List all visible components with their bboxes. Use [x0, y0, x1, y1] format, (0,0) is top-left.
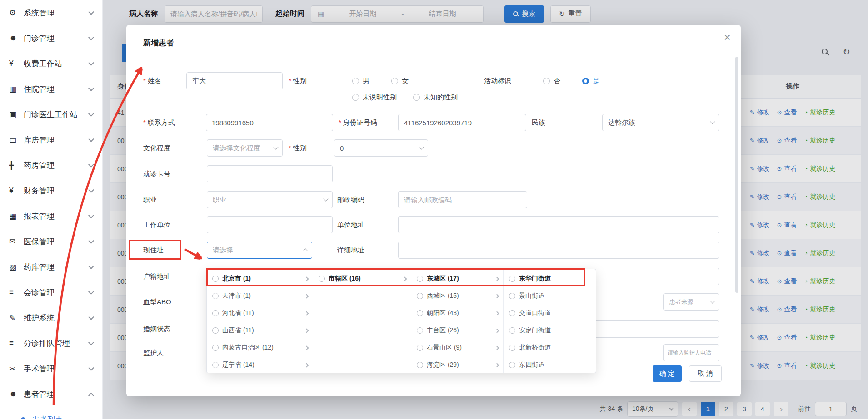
- sidebar-item-system[interactable]: ⚙ 系统管理: [0, 0, 102, 25]
- sidebar-item-drug-storage[interactable]: ▨ 药库管理: [0, 254, 102, 280]
- menu-icon: ▨: [9, 262, 22, 272]
- sidebar-item-warehouse[interactable]: ▤ 库房管理: [0, 127, 102, 153]
- radio-icon[interactable]: [212, 362, 219, 368]
- gender-radio-group: 男 女: [352, 72, 430, 89]
- chevron-right-icon: [304, 345, 309, 350]
- active-flag-option-no[interactable]: 否: [543, 77, 560, 85]
- cascader-province-item[interactable]: 天津市 (1): [207, 287, 313, 305]
- cascader-street-item[interactable]: 东四街道: [504, 356, 597, 373]
- education-select[interactable]: 请选择文化程度: [207, 139, 283, 157]
- current-address-select[interactable]: 请选择: [207, 242, 312, 259]
- cascader-district-item[interactable]: 石景山区 (9): [411, 339, 503, 356]
- radio-icon[interactable]: [509, 362, 515, 368]
- chevron-right-icon: [403, 276, 407, 281]
- contact-input[interactable]: [206, 114, 333, 131]
- cascader-city-item[interactable]: 市辖区 (16): [313, 270, 411, 287]
- sidebar-item-pharmacy[interactable]: ╋ 药房管理: [0, 153, 102, 178]
- cascader-province-item[interactable]: 山西省 (11): [207, 322, 313, 339]
- cascader-street-item[interactable]: 北新桥街道: [504, 339, 597, 356]
- radio-icon[interactable]: [417, 293, 423, 299]
- confirm-button[interactable]: 确 定: [653, 365, 682, 382]
- cascader-province-item[interactable]: 内蒙古自治区 (12): [207, 339, 313, 356]
- chevron-down-icon: [88, 393, 94, 399]
- radio-icon[interactable]: [417, 345, 423, 351]
- radio-icon[interactable]: [509, 345, 515, 351]
- guardian-phone-input[interactable]: [663, 344, 719, 361]
- sidebar-item-patient[interactable]: ☻ 患者管理: [0, 381, 102, 407]
- gender-option-unexplained[interactable]: 未说明性别: [352, 93, 397, 102]
- marital-status-label: 婚姻状态: [143, 320, 170, 338]
- sidebar-item-surgery[interactable]: ✂ 手术管理: [0, 356, 102, 381]
- patient-source-select[interactable]: 患者来源: [663, 293, 719, 311]
- sidebar-item-outpatient[interactable]: ☻ 门诊管理: [0, 25, 102, 51]
- close-icon[interactable]: ×: [724, 30, 731, 44]
- cascader-street-item[interactable]: 交道口街道: [504, 305, 597, 322]
- unit-address-input[interactable]: [398, 216, 719, 233]
- sidebar-item-inpatient[interactable]: ▥ 住院管理: [0, 76, 102, 102]
- id-number-input[interactable]: [398, 114, 526, 131]
- active-flag-label: 活动标识: [484, 72, 511, 89]
- cascader-province-item[interactable]: 辽宁省 (14): [207, 356, 313, 373]
- cascader-district-item[interactable]: 朝阳区 (43): [411, 305, 503, 322]
- sidebar-item-doctor-station[interactable]: ▣ 门诊医生工作站: [0, 102, 102, 127]
- chevron-down-icon: [88, 85, 94, 91]
- active-flag-option-yes[interactable]: 是: [582, 77, 599, 85]
- visit-card-input[interactable]: [207, 165, 333, 182]
- sidebar-item-insurance[interactable]: ✉ 医保管理: [0, 229, 102, 254]
- menu-icon: ☻: [9, 34, 22, 43]
- gender-option-unknown[interactable]: 未知的性别: [413, 93, 458, 102]
- name-input[interactable]: [186, 72, 283, 89]
- sidebar-item-finance[interactable]: ¥ 财务管理: [0, 178, 102, 203]
- cascader-province-item[interactable]: 河北省 (11): [207, 305, 313, 322]
- cascader-item-label: 朝阳区 (43): [427, 309, 492, 317]
- work-unit-input[interactable]: [207, 216, 333, 233]
- required-mark: *: [143, 118, 146, 126]
- cascader-item-label: 河北省 (11): [222, 309, 301, 317]
- cancel-button[interactable]: 取 消: [689, 365, 722, 382]
- detail-address-input[interactable]: [398, 242, 719, 259]
- chevron-down-icon: [88, 35, 94, 40]
- radio-icon[interactable]: [417, 310, 423, 316]
- cascader-province-item[interactable]: 北京市 (1): [207, 270, 313, 287]
- ethnicity-select[interactable]: 达斡尔族: [602, 114, 719, 131]
- cascader-street-item[interactable]: 东华门街道: [504, 270, 597, 287]
- menu-icon: ≡: [9, 288, 22, 297]
- sidebar-item-report[interactable]: ▦ 报表管理: [0, 203, 102, 229]
- occupation-select[interactable]: 职业: [207, 191, 333, 208]
- radio-icon[interactable]: [212, 327, 219, 334]
- sidebar-item-consultation[interactable]: ≡ 会诊管理: [0, 280, 102, 305]
- gender-option-female[interactable]: 女: [391, 77, 409, 85]
- radio-icon[interactable]: [212, 293, 219, 299]
- gender-code-select[interactable]: 0: [334, 139, 428, 157]
- sidebar-item-maintenance[interactable]: ✎ 维护系统: [0, 305, 102, 330]
- sidebar-item-patient-list[interactable]: ☻ 患者列表: [0, 407, 102, 419]
- radio-icon[interactable]: [417, 327, 423, 334]
- radio-icon[interactable]: [509, 276, 515, 282]
- sidebar-item-charging-station[interactable]: ¥ 收费工作站: [0, 51, 102, 76]
- ethnicity-label: 民族: [532, 114, 545, 131]
- radio-icon[interactable]: [212, 276, 219, 282]
- cascader-district-item[interactable]: 海淀区 (29): [411, 356, 503, 373]
- radio-icon[interactable]: [509, 327, 515, 334]
- modal-scrollbar[interactable]: [735, 57, 738, 293]
- sidebar-item-triage-queue[interactable]: ≡ 分诊排队管理: [0, 330, 102, 356]
- cascader-item-label: 辽宁省 (14): [222, 361, 301, 369]
- radio-icon[interactable]: [509, 310, 515, 316]
- cascader-district-item[interactable]: 丰台区 (26): [411, 322, 503, 339]
- cascader-street-item[interactable]: 景山街道: [504, 287, 597, 305]
- patient-source-placeholder: 患者来源: [669, 298, 708, 306]
- radio-icon[interactable]: [417, 276, 423, 282]
- cascader-district-item[interactable]: 西城区 (15): [411, 287, 503, 305]
- radio-icon[interactable]: [212, 345, 219, 351]
- address-cascader-panel: 北京市 (1) 天津市 (1) 河北省 (11) 山西省 (11): [206, 269, 596, 373]
- radio-icon[interactable]: [417, 362, 423, 368]
- radio-icon[interactable]: [509, 293, 515, 299]
- postal-code-input[interactable]: [398, 191, 527, 208]
- cascader-street-item[interactable]: 安定门街道: [504, 322, 597, 339]
- cascader-district-item[interactable]: 东城区 (17): [411, 270, 503, 287]
- radio-icon[interactable]: [319, 276, 325, 282]
- radio-icon[interactable]: [212, 310, 219, 316]
- menu-icon: ¥: [9, 186, 22, 195]
- cascader-item-label: 安定门街道: [519, 326, 592, 335]
- gender-option-male[interactable]: 男: [352, 77, 369, 85]
